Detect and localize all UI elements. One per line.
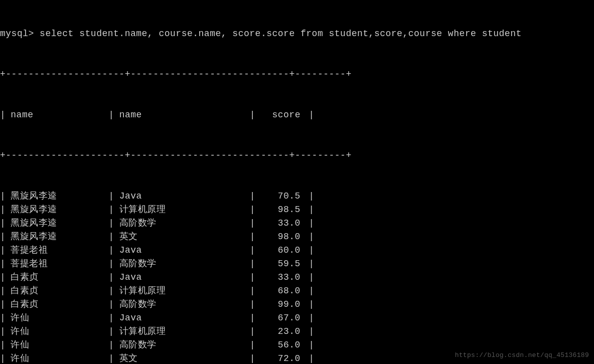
table-border-mid: +---------------------+-----------------… xyxy=(0,149,594,162)
sql-prompt: mysql> select student.name, course.name,… xyxy=(0,27,594,41)
table-row: |许仙|Java|67.0 | xyxy=(0,311,594,325)
cell-course-name: 高阶数学 xyxy=(114,298,250,311)
cell-student-name: 许仙 xyxy=(6,311,108,325)
cell-score: 33.0 xyxy=(255,271,303,284)
terminal-output: mysql> select student.name, course.name,… xyxy=(0,0,594,364)
cell-score: 70.5 xyxy=(255,190,303,203)
cell-course-name: 高阶数学 xyxy=(114,257,250,271)
cell-course-name: 高阶数学 xyxy=(114,217,250,230)
cell-student-name: 黑旋风李逵 xyxy=(6,203,108,217)
cell-score: 98.5 xyxy=(255,203,303,217)
table-row: |白素贞|高阶数学|99.0 | xyxy=(0,298,594,311)
cell-student-name: 白素贞 xyxy=(6,284,108,298)
table-row: |黑旋风李逵|计算机原理|98.5 | xyxy=(0,203,594,217)
cell-score: 56.0 xyxy=(255,338,303,352)
table-row: |黑旋风李逵|Java|70.5 | xyxy=(0,190,594,203)
cell-course-name: 计算机原理 xyxy=(114,284,250,298)
table-header-row: |name|name|score | xyxy=(0,108,594,122)
cell-score: 60.0 xyxy=(255,244,303,257)
cell-course-name: 英文 xyxy=(114,352,250,364)
watermark: https://blog.csdn.net/qq_45136189 xyxy=(455,350,589,360)
cell-score: 33.0 xyxy=(255,217,303,230)
cell-student-name: 许仙 xyxy=(6,338,108,352)
cell-course-name: Java xyxy=(114,311,250,325)
table-row: |黑旋风李逵|英文|98.0 | xyxy=(0,230,594,244)
cell-course-name: 计算机原理 xyxy=(114,325,250,338)
cell-course-name: 高阶数学 xyxy=(114,338,250,352)
header-name1: name xyxy=(6,108,108,122)
cell-score: 23.0 xyxy=(255,325,303,338)
cell-course-name: Java xyxy=(114,190,250,203)
cell-student-name: 许仙 xyxy=(6,325,108,338)
cell-student-name: 许仙 xyxy=(6,352,108,364)
table-row: |白素贞|计算机原理|68.0 | xyxy=(0,284,594,298)
table-border-top: +---------------------+-----------------… xyxy=(0,68,594,81)
table-row: |许仙|计算机原理|23.0 | xyxy=(0,325,594,338)
cell-score: 68.0 xyxy=(255,284,303,298)
header-name2: name xyxy=(114,108,250,122)
cell-student-name: 黑旋风李逵 xyxy=(6,190,108,203)
cell-course-name: Java xyxy=(114,244,250,257)
header-score: score xyxy=(255,108,303,122)
table-row: |菩提老祖|Java|60.0 | xyxy=(0,244,594,257)
cell-score: 59.5 xyxy=(255,257,303,271)
cell-student-name: 白素贞 xyxy=(6,271,108,284)
cell-score: 67.0 xyxy=(255,311,303,325)
table-row: |黑旋风李逵|高阶数学|33.0 | xyxy=(0,217,594,230)
table-body: |黑旋风李逵|Java|70.5 ||黑旋风李逵|计算机原理|98.5 ||黑旋… xyxy=(0,190,594,364)
cell-score: 98.0 xyxy=(255,230,303,244)
cell-score: 99.0 xyxy=(255,298,303,311)
cell-student-name: 菩提老祖 xyxy=(6,257,108,271)
cell-course-name: 计算机原理 xyxy=(114,203,250,217)
cell-course-name: 英文 xyxy=(114,230,250,244)
cell-score: 72.0 xyxy=(255,352,303,364)
cell-student-name: 黑旋风李逵 xyxy=(6,230,108,244)
table-row: |白素贞|Java|33.0 | xyxy=(0,271,594,284)
cell-course-name: Java xyxy=(114,271,250,284)
cell-student-name: 菩提老祖 xyxy=(6,244,108,257)
cell-student-name: 白素贞 xyxy=(6,298,108,311)
table-row: |菩提老祖|高阶数学|59.5 | xyxy=(0,257,594,271)
cell-student-name: 黑旋风李逵 xyxy=(6,217,108,230)
